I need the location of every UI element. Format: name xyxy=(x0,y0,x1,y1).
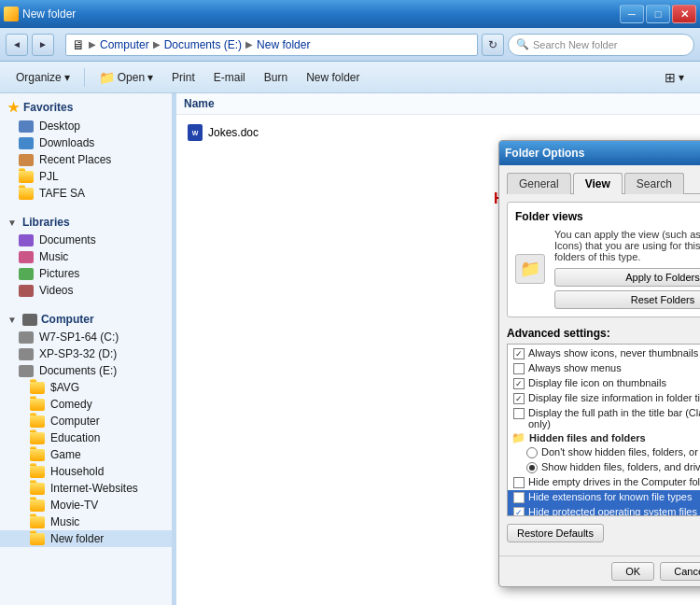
sidebar-item-new-folder[interactable]: New folder xyxy=(0,530,172,547)
game-folder-icon xyxy=(30,449,45,461)
advanced-settings-list[interactable]: Always show icons, never thumbnails Alwa… xyxy=(507,344,700,516)
ok-button[interactable]: OK xyxy=(611,562,654,581)
sidebar-item-desktop[interactable]: Desktop xyxy=(0,118,172,134)
tab-search[interactable]: Search xyxy=(624,173,684,194)
folder-views-description: You can apply the view (such as Details … xyxy=(554,229,700,262)
view-options-button[interactable]: ⊞ ▾ xyxy=(656,65,693,90)
open-button[interactable]: 📁 Open ▾ xyxy=(91,65,161,90)
new-folder-button[interactable]: New folder xyxy=(298,65,368,90)
dialog-tabs: General View Search xyxy=(507,173,700,194)
minimize-button[interactable]: ─ xyxy=(620,5,644,23)
tab-general[interactable]: General xyxy=(507,173,571,194)
tab-view[interactable]: View xyxy=(573,173,623,194)
adv-item-always-icons[interactable]: Always show icons, never thumbnails xyxy=(508,346,700,361)
adv-item-file-size-tips[interactable]: Display file size information in folder … xyxy=(508,391,700,406)
file-size-tips-checkbox[interactable] xyxy=(513,393,525,404)
main-layout: ★ Favorites Desktop Downloads Recent Pla… xyxy=(0,93,700,605)
restore-defaults-button[interactable]: Restore Defaults xyxy=(507,524,604,542)
cancel-button[interactable]: Cancel xyxy=(660,562,700,581)
adv-item-dont-show-hidden[interactable]: Don't show hidden files, folders, or dri… xyxy=(508,445,700,460)
burn-button[interactable]: Burn xyxy=(256,65,296,90)
sidebar-item-e-drive[interactable]: Documents (E:) xyxy=(0,362,172,379)
dont-show-hidden-radio[interactable] xyxy=(526,447,538,458)
always-menus-label: Always show menus xyxy=(528,362,622,373)
file-icon-thumbnails-checkbox[interactable] xyxy=(513,378,525,389)
adv-item-full-path-title[interactable]: Display the full path in the title bar (… xyxy=(508,406,700,430)
pictures-lib-icon xyxy=(19,268,34,280)
toolbar-right: ⊞ ▾ xyxy=(656,65,693,90)
folder-options-dialog: Folder Options ✕ General View Search Fol… xyxy=(498,140,700,587)
sidebar-item-comedy[interactable]: Comedy xyxy=(0,396,172,413)
sidebar-item-downloads[interactable]: Downloads xyxy=(0,134,172,151)
path-folder[interactable]: New folder xyxy=(257,38,310,51)
folder-views-box: Folder views 📁 You can apply the view (s… xyxy=(507,202,700,317)
apply-to-folders-button[interactable]: Apply to Folders xyxy=(554,268,700,287)
libraries-label: Libraries xyxy=(22,216,70,229)
file-icon-thumbnails-label: Display file icon on thumbnails xyxy=(528,377,666,388)
hide-empty-drives-label: Hide empty drives in the Computer folder xyxy=(528,476,700,487)
sidebar-item-household[interactable]: Household xyxy=(0,463,172,480)
address-path[interactable]: 🖥 ▶ Computer ▶ Documents (E:) ▶ New fold… xyxy=(65,34,478,56)
adv-item-hide-protected-os[interactable]: Hide protected operating system files (R… xyxy=(508,505,700,516)
adv-item-always-menus[interactable]: Always show menus xyxy=(508,361,700,376)
column-name-header[interactable]: Name xyxy=(184,97,215,110)
sidebar-tafe-label: TAFE SA xyxy=(39,187,85,200)
sidebar-item-education[interactable]: Education xyxy=(0,429,172,446)
sidebar-music-lib-label: Music xyxy=(39,250,68,263)
sidebar-item-d-drive[interactable]: XP-SP3-32 (D:) xyxy=(0,345,172,362)
sidebar-education-label: Education xyxy=(50,431,100,444)
dialog-title: Folder Options xyxy=(505,147,584,160)
always-menus-checkbox[interactable] xyxy=(513,363,525,374)
path-documents[interactable]: Documents (E:) xyxy=(164,38,242,51)
sidebar-item-documents-lib[interactable]: Documents xyxy=(0,232,172,248)
d-drive-icon xyxy=(19,348,34,360)
sidebar-item-avg[interactable]: $AVG xyxy=(0,379,172,396)
folder-views-content: 📁 You can apply the view (such as Detail… xyxy=(515,229,700,309)
sidebar-pictures-lib-label: Pictures xyxy=(39,267,79,280)
reset-folders-button[interactable]: Reset Folders xyxy=(554,290,700,309)
hide-empty-drives-checkbox[interactable] xyxy=(513,477,525,488)
favorites-header[interactable]: ★ Favorites xyxy=(0,97,172,118)
sidebar-item-music-sub[interactable]: Music xyxy=(0,514,172,530)
email-button[interactable]: E-mail xyxy=(205,65,254,90)
forward-button[interactable]: ► xyxy=(32,34,54,56)
path-computer[interactable]: Computer xyxy=(100,38,149,51)
adv-item-file-icon-thumbnails[interactable]: Display file icon on thumbnails xyxy=(508,376,700,391)
sidebar-item-pictures-lib[interactable]: Pictures xyxy=(0,265,172,282)
sidebar-item-music-lib[interactable]: Music xyxy=(0,248,172,265)
libraries-header[interactable]: ▼ Libraries xyxy=(0,213,172,232)
close-button[interactable]: ✕ xyxy=(672,5,696,23)
organize-button[interactable]: Organize ▾ xyxy=(7,65,78,90)
maximize-button[interactable]: □ xyxy=(646,5,670,23)
back-button[interactable]: ◄ xyxy=(6,34,28,56)
adv-item-show-hidden[interactable]: Show hidden files, folders, and drives xyxy=(508,460,700,475)
adv-item-hide-empty-drives[interactable]: Hide empty drives in the Computer folder xyxy=(508,475,700,490)
refresh-button[interactable]: ↻ xyxy=(482,34,504,56)
sidebar-item-pjl[interactable]: PJL xyxy=(0,168,172,185)
sidebar-item-videos-lib[interactable]: Videos xyxy=(0,282,172,299)
adv-item-hide-extensions[interactable]: Hide extensions for known file types xyxy=(508,490,700,505)
sidebar-e-drive-label: Documents (E:) xyxy=(39,364,117,377)
videos-lib-icon xyxy=(19,285,34,297)
tafe-folder-icon xyxy=(19,188,34,200)
dialog-bottom-bar: OK Cancel Apply xyxy=(499,556,700,586)
sidebar-item-internet-websites[interactable]: Internet-Websites xyxy=(0,480,172,497)
sidebar-item-tafe-sa[interactable]: TAFE SA xyxy=(0,185,172,202)
sidebar-item-game[interactable]: Game xyxy=(0,446,172,463)
title-bar-left: New folder xyxy=(4,7,76,21)
address-bar: ◄ ► 🖥 ▶ Computer ▶ Documents (E:) ▶ New … xyxy=(0,28,700,62)
show-hidden-radio[interactable] xyxy=(526,462,538,473)
hide-extensions-checkbox[interactable] xyxy=(513,492,525,503)
always-icons-checkbox[interactable] xyxy=(513,348,525,359)
computer-header[interactable]: ▼ Computer xyxy=(0,310,172,329)
search-box[interactable]: 🔍 Search New folder xyxy=(508,34,694,56)
sidebar-item-movie-tv[interactable]: Movie-TV xyxy=(0,497,172,514)
sidebar-item-recent-places[interactable]: Recent Places xyxy=(0,151,172,168)
full-path-title-checkbox[interactable] xyxy=(513,408,525,419)
comedy-folder-icon xyxy=(30,399,45,411)
sidebar-item-c-drive[interactable]: W7-SP1-64 (C:) xyxy=(0,329,172,345)
sidebar-item-computer-sub[interactable]: Computer xyxy=(0,413,172,429)
hide-protected-os-label: Hide protected operating system files (R… xyxy=(528,506,700,516)
print-button[interactable]: Print xyxy=(163,65,203,90)
hide-protected-os-checkbox[interactable] xyxy=(513,507,525,516)
